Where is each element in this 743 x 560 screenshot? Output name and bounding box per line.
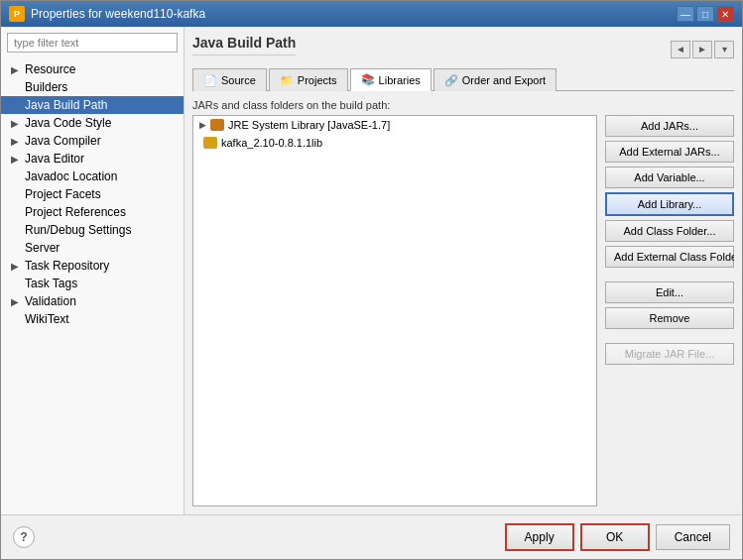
title-bar-left: P Properties for weekend110-kafka	[9, 6, 205, 22]
sidebar-item-label: Java Compiler	[25, 134, 101, 148]
tab-icon: 📁	[280, 74, 294, 87]
sidebar-item-task-repository[interactable]: ▶Task Repository	[1, 257, 184, 275]
sidebar-item-label: Javadoc Location	[25, 169, 117, 183]
buttons-panel: Add JARs...Add External JARs...Add Varia…	[605, 115, 734, 506]
nav-arrows: ◄ ► ▾	[671, 41, 734, 58]
dialog-main: ▶ResourceBuildersJava Build Path▶Java Co…	[1, 27, 742, 514]
sidebar-item-server[interactable]: Server	[1, 239, 184, 257]
sidebar-item-resource[interactable]: ▶Resource	[1, 60, 184, 78]
tab-order-export[interactable]: 🔗Order and Export	[433, 68, 557, 91]
sidebar-item-label: Task Tags	[25, 277, 77, 290]
cancel-button[interactable]: Cancel	[656, 524, 730, 550]
sidebar-item-label: Validation	[25, 294, 76, 308]
library-item-label: kafka_2.10-0.8.1.1lib	[221, 137, 322, 149]
panel-header: Java Build Path ◄ ► ▾	[192, 35, 734, 63]
library-item-kafka[interactable]: kafka_2.10-0.8.1.1lib	[193, 134, 596, 152]
content-area: ▶JRE System Library [JavaSE-1.7]kafka_2.…	[192, 115, 734, 506]
remove-button[interactable]: Remove	[605, 307, 734, 329]
add-class-folder-button[interactable]: Add Class Folder...	[605, 220, 734, 242]
dropdown-button[interactable]: ▾	[714, 41, 734, 58]
sidebar-item-label: Project Facets	[25, 187, 101, 201]
library-item-jre[interactable]: ▶JRE System Library [JavaSE-1.7]	[193, 116, 596, 134]
sidebar-item-run-debug-settings[interactable]: Run/Debug Settings	[1, 221, 184, 239]
libraries-description: JARs and class folders on the build path…	[192, 99, 734, 111]
apply-button[interactable]: Apply	[505, 523, 574, 551]
sidebar-item-label: Java Build Path	[25, 98, 107, 112]
sidebar-item-wikitext[interactable]: WikiText	[1, 310, 184, 328]
sidebar-item-javadoc-location[interactable]: Javadoc Location	[1, 168, 184, 185]
tab-label: Source	[221, 74, 256, 86]
sidebar-item-java-build-path[interactable]: Java Build Path	[1, 96, 184, 114]
tab-projects[interactable]: 📁Projects	[269, 68, 348, 91]
footer-right: Apply OK Cancel	[505, 523, 730, 551]
library-item-label: JRE System Library [JavaSE-1.7]	[228, 119, 390, 131]
add-library-button[interactable]: Add Library...	[605, 192, 734, 216]
sidebar-item-label: Builders	[25, 80, 67, 94]
sidebar-item-label: Server	[25, 241, 60, 255]
dialog-footer: ? Apply OK Cancel	[1, 514, 742, 559]
title-buttons: — □ ✕	[677, 6, 734, 22]
ok-button[interactable]: OK	[580, 523, 650, 551]
tab-label: Libraries	[379, 74, 421, 86]
button-spacer	[605, 333, 734, 339]
add-external-jars-button[interactable]: Add External JARs...	[605, 141, 734, 163]
button-spacer	[605, 272, 734, 278]
tab-icon: 📚	[361, 73, 375, 86]
tab-libraries[interactable]: 📚Libraries	[350, 68, 432, 91]
add-external-class-folder-button[interactable]: Add External Class Folder...	[605, 246, 734, 268]
window-title: Properties for weekend110-kafka	[31, 7, 205, 21]
sidebar-item-label: Java Code Style	[25, 116, 111, 130]
tree-arrow-icon: ▶	[11, 154, 21, 165]
sidebar-item-java-compiler[interactable]: ▶Java Compiler	[1, 132, 184, 150]
footer-left: ?	[13, 526, 35, 548]
filter-input[interactable]	[7, 33, 178, 53]
sidebar-item-java-code-style[interactable]: ▶Java Code Style	[1, 114, 184, 132]
tab-source[interactable]: 📄Source	[192, 68, 267, 91]
jre-icon	[210, 119, 224, 131]
sidebar-item-validation[interactable]: ▶Validation	[1, 292, 184, 310]
sidebar-item-label: Task Repository	[25, 259, 109, 273]
sub-panel: JARs and class folders on the build path…	[192, 99, 734, 506]
sidebar-item-label: Project References	[25, 205, 126, 219]
minimize-button[interactable]: —	[677, 6, 694, 22]
sidebar-item-label: Resource	[25, 62, 75, 76]
sidebar-item-project-references[interactable]: Project References	[1, 203, 184, 221]
sidebar-item-label: WikiText	[25, 312, 69, 326]
left-panel: ▶ResourceBuildersJava Build Path▶Java Co…	[1, 27, 185, 514]
sidebar-item-java-editor[interactable]: ▶Java Editor	[1, 150, 184, 168]
help-button[interactable]: ?	[13, 526, 35, 548]
edit-button[interactable]: Edit...	[605, 281, 734, 303]
tree-arrow-icon: ▶	[11, 296, 21, 307]
tree-arrow-icon: ▶	[11, 118, 21, 129]
forward-button[interactable]: ►	[692, 41, 712, 58]
sidebar-item-label: Run/Debug Settings	[25, 223, 131, 237]
list-arrow-icon: ▶	[199, 120, 206, 130]
tree-arrow-icon: ▶	[11, 64, 21, 75]
dialog-window: P Properties for weekend110-kafka — □ ✕ …	[0, 0, 743, 560]
migrate-jar-button: Migrate JAR File...	[605, 343, 734, 365]
tab-label: Projects	[298, 74, 337, 86]
add-jars-button[interactable]: Add JARs...	[605, 115, 734, 137]
tab-bar: 📄Source📁Projects📚Libraries🔗Order and Exp…	[192, 67, 734, 91]
dialog-body: ▶ResourceBuildersJava Build Path▶Java Co…	[1, 27, 742, 559]
jar-icon	[203, 137, 217, 149]
tab-label: Order and Export	[462, 74, 546, 86]
library-list: ▶JRE System Library [JavaSE-1.7]kafka_2.…	[192, 115, 597, 506]
tab-icon: 🔗	[444, 74, 458, 87]
title-bar: P Properties for weekend110-kafka — □ ✕	[1, 1, 742, 27]
sidebar-item-project-facets[interactable]: Project Facets	[1, 185, 184, 203]
sidebar-item-task-tags[interactable]: Task Tags	[1, 275, 184, 292]
tree-list: ▶ResourceBuildersJava Build Path▶Java Co…	[1, 58, 184, 514]
tab-icon: 📄	[203, 74, 217, 87]
add-variable-button[interactable]: Add Variable...	[605, 167, 734, 188]
window-icon: P	[9, 6, 25, 22]
sidebar-item-label: Java Editor	[25, 152, 84, 166]
tree-arrow-icon: ▶	[11, 261, 21, 272]
panel-title: Java Build Path	[192, 35, 296, 56]
maximize-button[interactable]: □	[696, 6, 714, 22]
right-panel: Java Build Path ◄ ► ▾ 📄Source📁Projects📚L…	[185, 27, 742, 514]
back-button[interactable]: ◄	[671, 41, 690, 58]
close-button[interactable]: ✕	[716, 6, 734, 22]
sidebar-item-builders[interactable]: Builders	[1, 78, 184, 96]
tree-arrow-icon: ▶	[11, 136, 21, 147]
